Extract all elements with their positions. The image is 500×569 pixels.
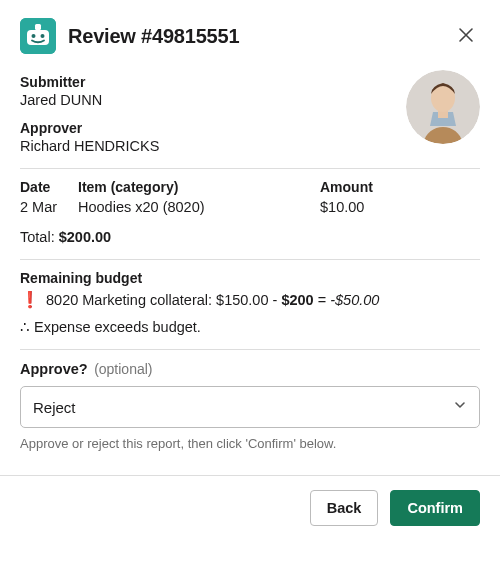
submitter-value: Jared DUNN bbox=[20, 92, 396, 108]
divider bbox=[20, 168, 480, 169]
close-icon bbox=[458, 25, 474, 48]
total-amount: $200.00 bbox=[59, 229, 111, 245]
row-date: 2 Mar bbox=[20, 199, 78, 215]
approve-question-row: Approve? (optional) bbox=[20, 360, 480, 378]
approver-value: Richard HENDRICKS bbox=[20, 138, 396, 154]
close-button[interactable] bbox=[452, 22, 480, 50]
remaining-budget-heading: Remaining budget bbox=[20, 270, 480, 286]
approve-select[interactable]: Reject bbox=[20, 386, 480, 428]
approve-helper-text: Approve or reject this report, then clic… bbox=[20, 436, 480, 451]
svg-point-3 bbox=[32, 34, 36, 38]
modal-header: Review #49815551 bbox=[0, 0, 500, 68]
row-amount: $10.00 bbox=[320, 199, 480, 215]
modal-footer: Back Confirm bbox=[0, 475, 500, 542]
back-button[interactable]: Back bbox=[310, 490, 379, 526]
total-line: Total: $200.00 bbox=[20, 229, 480, 245]
budget-line: ❗ 8020 Marketing collateral: $150.00 - $… bbox=[20, 290, 480, 309]
confirm-button[interactable]: Confirm bbox=[390, 490, 480, 526]
budget-conclusion: ∴ Expense exceeds budget. bbox=[20, 319, 480, 335]
svg-rect-2 bbox=[35, 24, 41, 30]
warning-icon: ❗ bbox=[20, 290, 40, 309]
budget-prefix: 8020 Marketing collateral: $150.00 - bbox=[46, 292, 281, 308]
budget-result: -$50.00 bbox=[330, 292, 379, 308]
approve-optional: (optional) bbox=[94, 361, 152, 377]
col-amount-header: Amount bbox=[320, 179, 480, 195]
conclusion-text: Expense exceeds budget. bbox=[34, 319, 201, 335]
submitter-label: Submitter bbox=[20, 74, 396, 90]
app-icon bbox=[20, 18, 56, 54]
line-item-row: 2 Mar Hoodies x20 (8020) $10.00 bbox=[20, 195, 480, 215]
col-date-header: Date bbox=[20, 179, 78, 195]
modal-body: Submitter Jared DUNN Approver Richard HE… bbox=[0, 68, 500, 461]
chevron-down-icon bbox=[453, 398, 467, 416]
line-items-header: Date Item (category) Amount bbox=[20, 179, 480, 195]
divider bbox=[20, 349, 480, 350]
divider bbox=[20, 259, 480, 260]
total-label: Total: bbox=[20, 229, 59, 245]
svg-point-4 bbox=[41, 34, 45, 38]
budget-expense: $200 bbox=[281, 292, 313, 308]
row-item: Hoodies x20 (8020) bbox=[78, 199, 320, 215]
budget-equals: = bbox=[314, 292, 331, 308]
therefore-icon: ∴ bbox=[20, 319, 34, 335]
col-item-header: Item (category) bbox=[78, 179, 320, 195]
review-modal: Review #49815551 Submitter Jared DUNN Ap… bbox=[0, 0, 500, 542]
approver-label: Approver bbox=[20, 120, 396, 136]
approve-select-value: Reject bbox=[33, 399, 453, 416]
approve-question: Approve? bbox=[20, 361, 88, 377]
submitter-avatar bbox=[406, 70, 480, 144]
modal-title: Review #49815551 bbox=[68, 25, 452, 48]
